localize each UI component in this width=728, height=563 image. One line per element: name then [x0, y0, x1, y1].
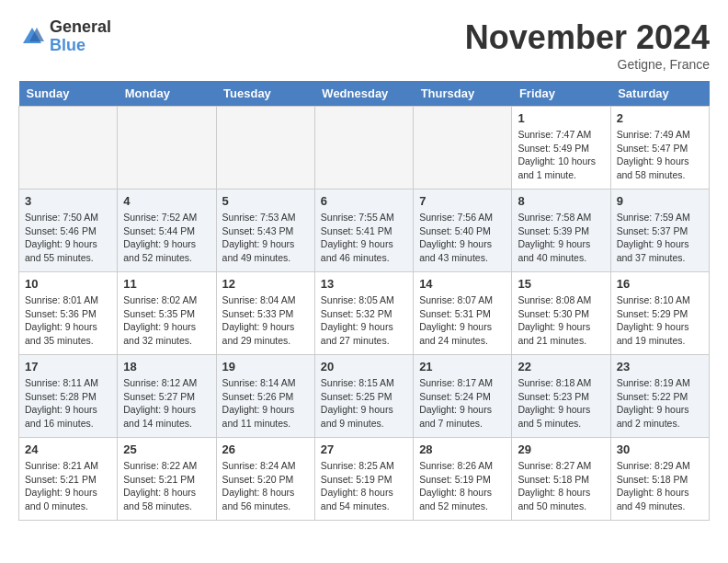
- day-cell-21: 21Sunrise: 8:17 AM Sunset: 5:24 PM Dayli…: [414, 355, 512, 438]
- weekday-header-tuesday: Tuesday: [216, 81, 314, 107]
- day-number: 21: [419, 360, 506, 373]
- day-number: 24: [25, 442, 111, 456]
- day-info: Sunrise: 7:59 AM Sunset: 5:37 PM Dayligh…: [617, 211, 703, 265]
- day-cell-30: 30Sunrise: 8:29 AM Sunset: 5:18 PM Dayli…: [610, 438, 709, 521]
- day-info: Sunrise: 8:02 AM Sunset: 5:35 PM Dayligh…: [123, 293, 210, 348]
- day-cell-20: 20Sunrise: 8:15 AM Sunset: 5:25 PM Dayli…: [314, 355, 413, 438]
- logo-general: General: [50, 18, 111, 37]
- day-info: Sunrise: 8:29 AM Sunset: 5:18 PM Dayligh…: [617, 459, 703, 513]
- day-info: Sunrise: 8:12 AM Sunset: 5:27 PM Dayligh…: [123, 376, 210, 431]
- day-number: 26: [222, 442, 309, 456]
- day-cell-28: 28Sunrise: 8:26 AM Sunset: 5:19 PM Dayli…: [414, 438, 512, 521]
- day-cell-6: 6Sunrise: 7:55 AM Sunset: 5:41 PM Daylig…: [314, 190, 413, 272]
- day-number: 17: [25, 360, 111, 373]
- day-info: Sunrise: 8:01 AM Sunset: 5:36 PM Dayligh…: [25, 293, 111, 348]
- logo-icon: [18, 23, 46, 51]
- day-info: Sunrise: 8:10 AM Sunset: 5:29 PM Dayligh…: [617, 293, 703, 348]
- day-info: Sunrise: 8:19 AM Sunset: 5:22 PM Dayligh…: [617, 376, 703, 431]
- day-info: Sunrise: 7:50 AM Sunset: 5:46 PM Dayligh…: [25, 211, 111, 265]
- logo-text: General Blue: [50, 18, 111, 55]
- day-cell-19: 19Sunrise: 8:14 AM Sunset: 5:26 PM Dayli…: [216, 355, 314, 438]
- day-cell-9: 9Sunrise: 7:59 AM Sunset: 5:37 PM Daylig…: [610, 190, 709, 272]
- day-number: 19: [222, 360, 309, 373]
- day-cell-15: 15Sunrise: 8:08 AM Sunset: 5:30 PM Dayli…: [512, 272, 610, 355]
- day-cell-26: 26Sunrise: 8:24 AM Sunset: 5:20 PM Dayli…: [216, 438, 314, 521]
- day-info: Sunrise: 8:24 AM Sunset: 5:20 PM Dayligh…: [222, 459, 309, 513]
- day-number: 20: [321, 360, 407, 373]
- day-cell-27: 27Sunrise: 8:25 AM Sunset: 5:19 PM Dayli…: [314, 438, 413, 521]
- day-number: 11: [123, 277, 210, 291]
- day-info: Sunrise: 7:58 AM Sunset: 5:39 PM Dayligh…: [518, 211, 604, 265]
- header: General Blue November 2024 Getigne, Fran…: [18, 18, 710, 72]
- day-number: 28: [419, 442, 506, 456]
- day-cell-4: 4Sunrise: 7:52 AM Sunset: 5:44 PM Daylig…: [118, 190, 216, 272]
- day-info: Sunrise: 8:05 AM Sunset: 5:32 PM Dayligh…: [321, 293, 407, 348]
- day-cell-18: 18Sunrise: 8:12 AM Sunset: 5:27 PM Dayli…: [118, 355, 216, 438]
- weekday-header-monday: Monday: [118, 81, 216, 107]
- weekday-header-saturday: Saturday: [610, 81, 709, 107]
- day-info: Sunrise: 8:04 AM Sunset: 5:33 PM Dayligh…: [222, 293, 309, 348]
- day-number: 1: [518, 111, 604, 125]
- day-number: 5: [222, 194, 309, 208]
- week-row-2: 3Sunrise: 7:50 AM Sunset: 5:46 PM Daylig…: [19, 190, 710, 272]
- calendar: SundayMondayTuesdayWednesdayThursdayFrid…: [18, 81, 710, 521]
- day-info: Sunrise: 7:49 AM Sunset: 5:47 PM Dayligh…: [617, 128, 703, 182]
- day-cell-7: 7Sunrise: 7:56 AM Sunset: 5:40 PM Daylig…: [414, 190, 512, 272]
- day-cell-14: 14Sunrise: 8:07 AM Sunset: 5:31 PM Dayli…: [414, 272, 512, 355]
- day-number: 3: [25, 194, 111, 208]
- day-number: 13: [321, 277, 407, 291]
- day-cell-13: 13Sunrise: 8:05 AM Sunset: 5:32 PM Dayli…: [314, 272, 413, 355]
- day-cell-24: 24Sunrise: 8:21 AM Sunset: 5:21 PM Dayli…: [19, 438, 118, 521]
- day-info: Sunrise: 8:17 AM Sunset: 5:24 PM Dayligh…: [419, 376, 506, 431]
- day-cell-16: 16Sunrise: 8:10 AM Sunset: 5:29 PM Dayli…: [610, 272, 709, 355]
- day-info: Sunrise: 8:07 AM Sunset: 5:31 PM Dayligh…: [419, 293, 506, 348]
- day-number: 23: [617, 360, 703, 373]
- logo: General Blue: [18, 18, 111, 55]
- day-info: Sunrise: 8:18 AM Sunset: 5:23 PM Dayligh…: [518, 376, 604, 431]
- day-info: Sunrise: 8:15 AM Sunset: 5:25 PM Dayligh…: [321, 376, 407, 431]
- day-info: Sunrise: 8:27 AM Sunset: 5:18 PM Dayligh…: [518, 459, 604, 513]
- empty-cell: [314, 107, 413, 190]
- day-number: 14: [419, 277, 506, 291]
- day-number: 22: [518, 360, 604, 373]
- day-cell-10: 10Sunrise: 8:01 AM Sunset: 5:36 PM Dayli…: [19, 272, 118, 355]
- day-number: 4: [123, 194, 210, 208]
- day-number: 8: [518, 194, 604, 208]
- day-number: 18: [123, 360, 210, 373]
- day-cell-29: 29Sunrise: 8:27 AM Sunset: 5:18 PM Dayli…: [512, 438, 610, 521]
- week-row-5: 24Sunrise: 8:21 AM Sunset: 5:21 PM Dayli…: [19, 438, 710, 521]
- day-number: 30: [617, 442, 703, 456]
- day-number: 27: [321, 442, 407, 456]
- day-number: 16: [617, 277, 703, 291]
- day-cell-22: 22Sunrise: 8:18 AM Sunset: 5:23 PM Dayli…: [512, 355, 610, 438]
- empty-cell: [118, 107, 216, 190]
- day-info: Sunrise: 8:14 AM Sunset: 5:26 PM Dayligh…: [222, 376, 309, 431]
- weekday-header-row: SundayMondayTuesdayWednesdayThursdayFrid…: [19, 81, 710, 107]
- location: Getigne, France: [465, 57, 710, 72]
- day-info: Sunrise: 8:11 AM Sunset: 5:28 PM Dayligh…: [25, 376, 111, 431]
- day-cell-23: 23Sunrise: 8:19 AM Sunset: 5:22 PM Dayli…: [610, 355, 709, 438]
- day-info: Sunrise: 8:22 AM Sunset: 5:21 PM Dayligh…: [123, 459, 210, 513]
- day-number: 10: [25, 277, 111, 291]
- day-cell-17: 17Sunrise: 8:11 AM Sunset: 5:28 PM Dayli…: [19, 355, 118, 438]
- day-info: Sunrise: 8:25 AM Sunset: 5:19 PM Dayligh…: [321, 459, 407, 513]
- day-cell-2: 2Sunrise: 7:49 AM Sunset: 5:47 PM Daylig…: [610, 107, 709, 190]
- empty-cell: [414, 107, 512, 190]
- day-cell-5: 5Sunrise: 7:53 AM Sunset: 5:43 PM Daylig…: [216, 190, 314, 272]
- day-number: 12: [222, 277, 309, 291]
- weekday-header-sunday: Sunday: [19, 81, 118, 107]
- empty-cell: [19, 107, 118, 190]
- day-info: Sunrise: 7:47 AM Sunset: 5:49 PM Dayligh…: [518, 128, 604, 182]
- day-number: 9: [617, 194, 703, 208]
- day-cell-3: 3Sunrise: 7:50 AM Sunset: 5:46 PM Daylig…: [19, 190, 118, 272]
- day-number: 29: [518, 442, 604, 456]
- empty-cell: [216, 107, 314, 190]
- day-number: 15: [518, 277, 604, 291]
- day-info: Sunrise: 7:53 AM Sunset: 5:43 PM Dayligh…: [222, 211, 309, 265]
- day-number: 25: [123, 442, 210, 456]
- week-row-3: 10Sunrise: 8:01 AM Sunset: 5:36 PM Dayli…: [19, 272, 710, 355]
- day-info: Sunrise: 7:55 AM Sunset: 5:41 PM Dayligh…: [321, 211, 407, 265]
- day-info: Sunrise: 8:26 AM Sunset: 5:19 PM Dayligh…: [419, 459, 506, 513]
- week-row-1: 1Sunrise: 7:47 AM Sunset: 5:49 PM Daylig…: [19, 107, 710, 190]
- day-info: Sunrise: 7:56 AM Sunset: 5:40 PM Dayligh…: [419, 211, 506, 265]
